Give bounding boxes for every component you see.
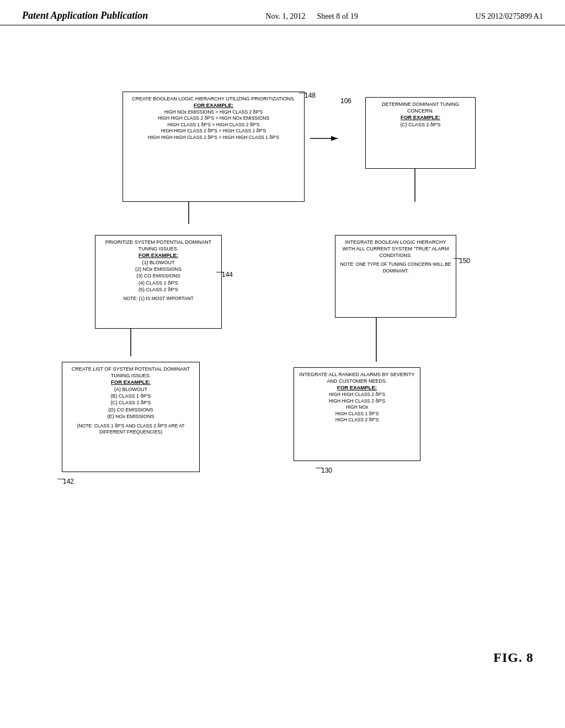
- box130-example-label: FOR EXAMPLE:: [297, 384, 417, 392]
- box148-title: CREATE BOOLEAN LOGIC HIERARCHY UTILIZING…: [126, 95, 301, 102]
- main-content: CREATE LIST OF SYSTEM POTENTIAL DOMINANT…: [0, 25, 565, 693]
- box144-items: (1) BLOWOUT (2) NOx EMISSIONS (3) CO EMI…: [98, 259, 218, 293]
- box142-title: CREATE LIST OF SYSTEM POTENTIAL DOMINANT…: [65, 366, 196, 379]
- box148-example-label: FOR EXAMPLE:: [126, 102, 301, 109]
- box-142: CREATE LIST OF SYSTEM POTENTIAL DOMINANT…: [62, 362, 200, 472]
- box-148: CREATE BOOLEAN LOGIC HIERARCHY UTILIZING…: [122, 92, 305, 202]
- header-center: Nov. 1, 2012 Sheet 8 of 19: [265, 10, 358, 21]
- box150-title: INTEGRATE BOOLEAN LOGIC HIERARCHY WITH A…: [338, 239, 453, 259]
- ref-142: 142: [63, 478, 74, 485]
- fig-label: FIG. 8: [493, 650, 534, 665]
- box144-title: PRIORITIZE SYSTEM POTENTIAL DOMINANT TUN…: [98, 239, 218, 252]
- page-header: Patent Application Publication Nov. 1, 2…: [0, 0, 565, 25]
- box-144: PRIORITIZE SYSTEM POTENTIAL DOMINANT TUN…: [95, 235, 222, 329]
- ref-130: 130: [321, 467, 332, 474]
- diagram: CREATE LIST OF SYSTEM POTENTIAL DOMINANT…: [29, 42, 536, 676]
- box144-note: NOTE: (1) IS MOST IMPORTANT: [98, 296, 218, 302]
- box144-example-label: FOR EXAMPLE:: [98, 252, 218, 259]
- box-150: INTEGRATE BOOLEAN LOGIC HIERARCHY WITH A…: [335, 235, 456, 318]
- box142-example-label: FOR EXAMPLE:: [65, 379, 196, 386]
- box150-note: NOTE: ONE TYPE OF TUNING CONCERN WILL BE…: [338, 261, 453, 274]
- box130-items: HIGH HIGH CLASS 2 δP'S HIGH HIGH CLASS 2…: [297, 392, 417, 423]
- ref-106: 106: [340, 97, 351, 105]
- patent-number: US 2012/0275899 A1: [476, 10, 543, 21]
- ref-144: 144: [222, 271, 233, 279]
- box142-note: (NOTE: CLASS 1 δP'S AND CLASS 2 δP'S ARE…: [65, 423, 196, 436]
- box106-title: DETERMINE DOMINANT TUNING CONCERN.: [369, 101, 472, 114]
- ref-150: 150: [459, 257, 470, 265]
- box130-title: INTEGRATE ALL RANKED ALARMS BY SEVERITY …: [297, 371, 417, 384]
- box-130: INTEGRATE ALL RANKED ALARMS BY SEVERITY …: [294, 367, 420, 461]
- box148-items: HIGH NOx EMISSIONS > HIGH CLASS 2 δP'S H…: [126, 109, 301, 141]
- publication-title: Patent Application Publication: [22, 10, 148, 22]
- ref-148: 148: [305, 92, 316, 99]
- box106-example-label: FOR EXAMPLE:: [369, 114, 472, 121]
- box-106: DETERMINE DOMINANT TUNING CONCERN. FOR E…: [365, 97, 476, 169]
- box142-items: (A) BLOWOUT (B) CLASS 1 δP'S (C) CLASS 2…: [65, 386, 196, 420]
- box106-items: (C) CLASS 2 δP'S: [369, 121, 472, 128]
- sheet-info: Sheet 8 of 19: [317, 12, 358, 20]
- pub-date: Nov. 1, 2012: [265, 12, 305, 20]
